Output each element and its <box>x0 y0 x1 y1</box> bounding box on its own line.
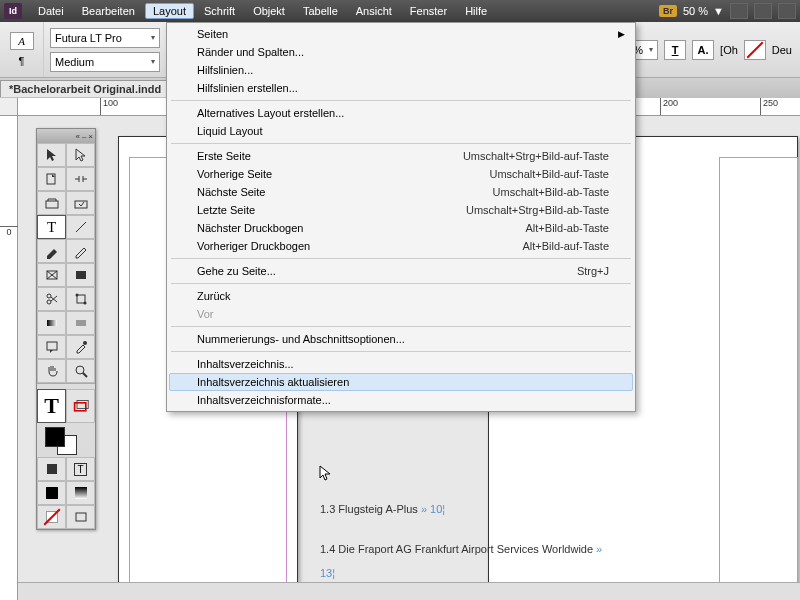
menu-item[interactable]: Hilfslinien... <box>169 61 633 79</box>
gradient-swatch-tool[interactable] <box>37 311 66 335</box>
menu-item[interactable]: Inhaltsverzeichnis... <box>169 355 633 373</box>
screen-mode-button[interactable] <box>730 3 748 19</box>
menubar: DateiBearbeitenLayoutSchriftObjektTabell… <box>30 3 495 19</box>
format-text-button[interactable]: T <box>37 389 66 423</box>
collapse-icon[interactable]: « <box>75 132 79 141</box>
toolbox-header[interactable]: « – × <box>37 129 95 143</box>
menu-item-label: Vor <box>197 308 214 320</box>
menu-item[interactable]: Hilfslinien erstellen... <box>169 79 633 97</box>
paragraph-format-icon[interactable]: ¶ <box>10 54 34 68</box>
menu-shortcut: Alt+Bild-auf-Taste <box>522 240 609 252</box>
menu-item[interactable]: Nächster DruckbogenAlt+Bild-ab-Taste <box>169 219 633 237</box>
apply-gradient-button[interactable] <box>66 481 95 505</box>
menu-schrift[interactable]: Schrift <box>196 3 243 19</box>
font-family-combo[interactable]: Futura LT Pro <box>50 28 160 48</box>
workspace-button[interactable] <box>778 3 796 19</box>
scrollbar-horizontal[interactable] <box>18 582 800 600</box>
menu-item-label: Ränder und Spalten... <box>197 46 304 58</box>
menu-item-label: Letzte Seite <box>197 204 255 216</box>
menu-item[interactable]: Nächste SeiteUmschalt+Bild-ab-Taste <box>169 183 633 201</box>
bridge-badge[interactable]: Br <box>659 5 677 17</box>
menu-ansicht[interactable]: Ansicht <box>348 3 400 19</box>
svg-rect-1 <box>46 201 58 208</box>
document-text[interactable]: 13¦ <box>320 567 335 579</box>
menu-fenster[interactable]: Fenster <box>402 3 455 19</box>
apply-color-button[interactable] <box>37 457 66 481</box>
menu-item-label: Alternatives Layout erstellen... <box>197 107 344 119</box>
language-label: Deu <box>772 44 792 56</box>
menu-item: Vor <box>169 305 633 323</box>
fill-swatch[interactable] <box>45 427 65 447</box>
menu-item[interactable]: Seiten▶ <box>169 25 633 43</box>
menu-item[interactable]: Ränder und Spalten... <box>169 43 633 61</box>
gap-tool[interactable] <box>66 167 95 191</box>
menu-layout[interactable]: Layout <box>145 3 194 19</box>
document-text[interactable]: 1.4 Die Fraport AG Frankfurt Airport Ser… <box>320 543 602 555</box>
preview-mode-button[interactable] <box>66 505 95 529</box>
ruler-vertical[interactable]: 0 <box>0 116 18 600</box>
titlebar: Id DateiBearbeitenLayoutSchriftObjektTab… <box>0 0 800 22</box>
svg-line-3 <box>76 222 86 232</box>
menu-item[interactable]: Zurück <box>169 287 633 305</box>
scissors-tool[interactable] <box>37 287 66 311</box>
menu-item-label: Hilfslinien... <box>197 64 253 76</box>
ruler-origin[interactable] <box>0 98 18 116</box>
zoom-tool[interactable] <box>66 359 95 383</box>
menu-item[interactable]: Erste SeiteUmschalt+Strg+Bild-auf-Taste <box>169 147 633 165</box>
page-tool[interactable] <box>37 167 66 191</box>
eyedropper-tool[interactable] <box>66 335 95 359</box>
minimize-icon[interactable]: – <box>82 132 86 141</box>
menu-datei[interactable]: Datei <box>30 3 72 19</box>
menu-item[interactable]: Inhaltsverzeichnis aktualisieren <box>169 373 633 391</box>
menu-item[interactable]: Vorherige SeiteUmschalt+Bild-auf-Taste <box>169 165 633 183</box>
menu-item[interactable]: Liquid Layout <box>169 122 633 140</box>
gradient-feather-tool[interactable] <box>66 311 95 335</box>
zoom-level[interactable]: 50 % ▼ <box>683 5 724 17</box>
content-placer-tool[interactable] <box>66 191 95 215</box>
hand-tool[interactable] <box>37 359 66 383</box>
pen-tool[interactable] <box>37 239 66 263</box>
menu-shortcut: Strg+J <box>577 265 609 277</box>
fill-swatch-icon[interactable] <box>744 40 766 60</box>
menu-shortcut: Umschalt+Bild-ab-Taste <box>493 186 609 198</box>
svg-rect-22 <box>76 513 86 521</box>
char-style-t-icon[interactable]: T <box>664 40 686 60</box>
rectangle-frame-tool[interactable] <box>37 263 66 287</box>
line-tool[interactable] <box>66 215 95 239</box>
rectangle-tool[interactable] <box>66 263 95 287</box>
menu-item-label: Liquid Layout <box>197 125 262 137</box>
type-tool[interactable]: T <box>37 215 66 239</box>
menu-item[interactable]: Gehe zu Seite...Strg+J <box>169 262 633 280</box>
menu-hilfe[interactable]: Hilfe <box>457 3 495 19</box>
character-format-icon[interactable]: A <box>10 32 34 50</box>
font-weight-combo[interactable]: Medium <box>50 52 160 72</box>
free-transform-tool[interactable] <box>66 287 95 311</box>
menu-item[interactable]: Inhaltsverzeichnisformate... <box>169 391 633 409</box>
menu-item[interactable]: Vorheriger DruckbogenAlt+Bild-auf-Taste <box>169 237 633 255</box>
note-tool[interactable] <box>37 335 66 359</box>
document-tab[interactable]: *Bachelorarbeit Original.indd <box>0 80 170 97</box>
menu-item[interactable]: Alternatives Layout erstellen... <box>169 104 633 122</box>
document-text[interactable]: 1.3 Flugsteig A-Plus » 10¦ <box>320 503 445 515</box>
arrange-button[interactable] <box>754 3 772 19</box>
selection-tool[interactable] <box>37 143 66 167</box>
menu-bearbeiten[interactable]: Bearbeiten <box>74 3 143 19</box>
ruler-tick: 100 <box>100 98 118 116</box>
apply-text-button[interactable]: T <box>66 457 95 481</box>
fill-stroke-swatches[interactable] <box>37 423 95 457</box>
apply-black-button[interactable] <box>37 481 66 505</box>
direct-selection-tool[interactable] <box>66 143 95 167</box>
format-container-button[interactable] <box>66 389 95 423</box>
menu-item-label: Inhaltsverzeichnisformate... <box>197 394 331 406</box>
close-icon[interactable]: × <box>88 132 93 141</box>
menu-item[interactable]: Nummerierungs- und Abschnittsoptionen... <box>169 330 633 348</box>
menu-objekt[interactable]: Objekt <box>245 3 293 19</box>
pencil-tool[interactable] <box>66 239 95 263</box>
submenu-arrow-icon: ▶ <box>618 29 625 39</box>
ruler-tick: 200 <box>660 98 678 116</box>
char-style-a-icon[interactable]: A. <box>692 40 714 60</box>
menu-tabelle[interactable]: Tabelle <box>295 3 346 19</box>
content-collector-tool[interactable] <box>37 191 66 215</box>
apply-none-button[interactable] <box>37 505 66 529</box>
menu-item[interactable]: Letzte SeiteUmschalt+Strg+Bild-ab-Taste <box>169 201 633 219</box>
